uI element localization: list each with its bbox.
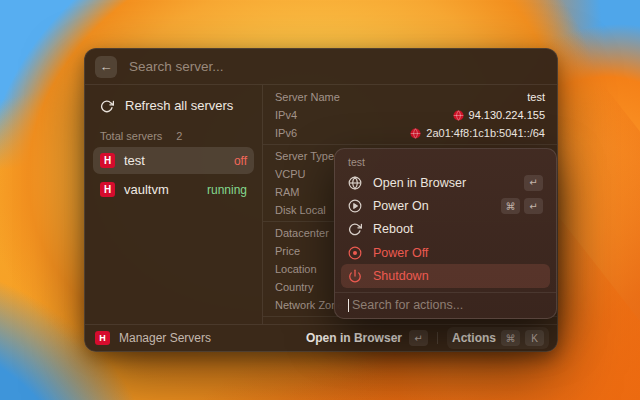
app-name: Manager Servers — [119, 331, 211, 345]
actions-menu: test Open in Browser ↵ Power O — [334, 148, 557, 319]
hetzner-logo-icon: H — [95, 331, 110, 345]
detail-label: RAM — [275, 186, 299, 198]
detail-label: Location — [275, 263, 317, 275]
menu-item-label: Shutdown — [373, 269, 429, 283]
refresh-icon — [100, 99, 114, 113]
shortcut-keys: ⌘ ↵ — [501, 198, 543, 214]
total-servers-count: 2 — [176, 130, 182, 142]
menu-item-label: Reboot — [373, 222, 413, 236]
actions-search-placeholder: Search for actions... — [352, 298, 463, 312]
divider — [437, 332, 438, 344]
arrow-left-icon: ← — [100, 59, 113, 74]
ipv6-value: 2a01:4f8:1c1b:5041::/64 — [426, 127, 545, 139]
actions-menu-title: test — [335, 154, 556, 171]
menu-item-power-on[interactable]: Power On ⌘ ↵ — [341, 194, 550, 217]
detail-label: Datacenter — [275, 227, 329, 239]
detail-row-server-name: Server Name test — [275, 88, 545, 106]
menu-item-power-off[interactable]: Power Off — [341, 241, 550, 264]
server-list-panel: Refresh all servers Total servers 2 H te… — [85, 85, 263, 324]
server-list-item-vaultvm[interactable]: H vaultvm running — [93, 176, 254, 203]
play-circle-icon — [348, 199, 362, 213]
shortcut-keys: ↵ — [524, 175, 543, 191]
ipv4-value: 94.130.224.155 — [469, 109, 545, 121]
refresh-all-servers-item[interactable]: Refresh all servers — [93, 92, 254, 119]
server-name: test — [124, 153, 145, 168]
detail-label: IPv4 — [275, 109, 297, 121]
desktop: ← Search server... Refresh all servers — [0, 0, 640, 400]
actions-search-input[interactable]: Search for actions... — [335, 293, 556, 318]
globe-red-icon — [410, 128, 421, 139]
search-bar: ← Search server... — [85, 49, 557, 85]
menu-item-label: Power Off — [373, 246, 428, 260]
total-servers-header: Total servers 2 — [93, 126, 254, 145]
footer-bar: H Manager Servers Open in Browser ↵ Acti… — [85, 324, 557, 351]
detail-value: 94.130.224.155 — [453, 109, 545, 121]
detail-label: Price — [275, 245, 300, 257]
back-button[interactable]: ← — [95, 56, 117, 78]
detail-row-ipv4: IPv4 94.130.224.155 — [275, 106, 545, 124]
server-status-badge: off — [234, 154, 247, 168]
server-status-badge: running — [207, 183, 247, 197]
hetzner-logo-icon: H — [100, 153, 115, 168]
search-input[interactable]: Search server... — [129, 59, 224, 74]
menu-item-label: Open in Browser — [373, 176, 466, 190]
k-key-badge: K — [525, 330, 544, 346]
detail-label: Disk Local — [275, 204, 326, 216]
actions-label: Actions — [452, 331, 496, 345]
cmd-key-badge: ⌘ — [501, 198, 520, 214]
primary-action-button[interactable]: Open in Browser — [306, 331, 402, 345]
enter-key-badge: ↵ — [409, 330, 428, 346]
detail-label: Server Name — [275, 91, 340, 103]
detail-value: 2a01:4f8:1c1b:5041::/64 — [410, 127, 545, 139]
globe-red-icon — [453, 110, 464, 121]
total-servers-label: Total servers — [100, 130, 162, 142]
globe-icon — [348, 176, 362, 190]
server-name: vaultvm — [124, 182, 169, 197]
enter-key-badge: ↵ — [524, 175, 543, 191]
menu-item-reboot[interactable]: Reboot — [341, 218, 550, 241]
detail-row-ipv6: IPv6 2a01:4f8:1c1b:5041::/64 — [275, 124, 545, 142]
refresh-all-servers-label: Refresh all servers — [125, 98, 233, 113]
power-icon — [348, 269, 362, 283]
enter-key-badge: ↵ — [524, 198, 543, 214]
server-list-item-test[interactable]: H test off — [93, 147, 254, 174]
actions-button[interactable]: Actions ⌘ K — [447, 327, 549, 349]
detail-label: Country — [275, 281, 314, 293]
refresh-icon — [348, 222, 362, 236]
text-caret — [348, 299, 349, 312]
detail-label: VCPU — [275, 168, 306, 180]
menu-item-open-in-browser[interactable]: Open in Browser ↵ — [341, 171, 550, 194]
detail-value: test — [527, 91, 545, 103]
divider — [263, 144, 557, 145]
footer-actions: Open in Browser ↵ Actions ⌘ K — [306, 327, 549, 349]
cmd-key-badge: ⌘ — [501, 330, 520, 346]
detail-label: IPv6 — [275, 127, 297, 139]
detail-label: Server Type — [275, 150, 334, 162]
record-circle-icon — [348, 246, 362, 260]
hetzner-logo-icon: H — [100, 182, 115, 197]
menu-item-label: Power On — [373, 199, 429, 213]
menu-item-shutdown[interactable]: Shutdown — [341, 264, 550, 287]
